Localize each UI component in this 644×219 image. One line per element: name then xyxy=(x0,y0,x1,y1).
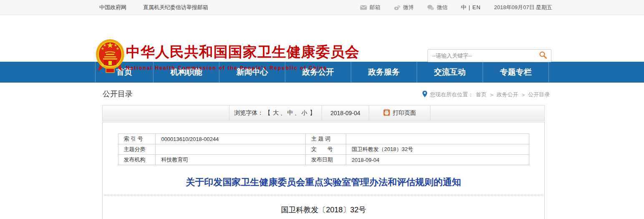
nav-item-special-topics[interactable]: 专题专栏 xyxy=(483,62,549,83)
language-toggle[interactable]: 中 | EN xyxy=(461,4,481,11)
search-icon xyxy=(539,51,547,60)
breadcrumb-catalog[interactable]: 公开目录 xyxy=(528,91,550,98)
wechat-link[interactable]: 微信 xyxy=(427,4,448,11)
wechat-icon xyxy=(427,5,434,10)
article-container: 索 引 号 000013610/2018-00244 主 题 词 主题分类 文 … xyxy=(102,122,545,219)
top-utility-bar: 中国政府网 直属机关纪委信访举报邮箱 邮箱 微博 微信 中 | EN 2018年… xyxy=(0,0,644,15)
table-row: 发布机构 科技教育司 发布日期 2018-09-04 xyxy=(118,155,529,165)
mail-icon xyxy=(360,5,367,10)
site-branding: 中华人民共和国国家卫生健康委员会 National Health Commiss… xyxy=(126,43,360,71)
meta-value-category xyxy=(156,144,306,155)
meta-label-keywords: 主 题 词 xyxy=(306,134,346,144)
page-title: 公开目录 xyxy=(103,89,133,99)
publish-date-toolbar: 2018-09-04 xyxy=(322,106,369,121)
font-size-small-button[interactable]: 小 xyxy=(302,109,307,117)
gov-portal-link[interactable]: 中国政府网 xyxy=(99,4,126,11)
site-title-english: National Health Commission of the People… xyxy=(126,65,360,71)
breadcrumb: 您现在所在位置： 首页 > 政务公开 > 公开目录 xyxy=(422,91,550,99)
search-button[interactable] xyxy=(535,50,551,62)
table-row: 主题分类 文 号 国卫科教发（2018）32号 xyxy=(118,144,529,155)
article-toolbar: 浏览字体： 【 大 、 中 、 小 】 2018-09-04 打印页面 xyxy=(102,105,545,121)
nav-item-gov-services[interactable]: 政务服务 xyxy=(351,62,417,83)
nav-item-interaction[interactable]: 交流互动 xyxy=(417,62,483,83)
meta-value-doc-no: 国卫科教发（2018）32号 xyxy=(346,144,529,155)
breadcrumb-row: 公开目录 您现在所在位置： 首页 > 政务公开 > 公开目录 xyxy=(0,83,644,105)
breadcrumb-label: 您现在所在位置： xyxy=(430,91,473,98)
document-title: 关于印发国家卫生健康委员会重点实验室管理办法和评估规则的通知 xyxy=(103,176,544,189)
font-size-label: 浏览字体： xyxy=(234,109,264,117)
breadcrumb-home[interactable]: 首页 xyxy=(476,91,487,98)
meta-value-publish-date: 2018-09-04 xyxy=(346,155,529,165)
font-size-medium-button[interactable]: 中 xyxy=(287,109,293,117)
breadcrumb-gov-disclosure[interactable]: 政务公开 xyxy=(496,91,518,98)
title-divider xyxy=(104,195,543,195)
print-label: 打印页面 xyxy=(393,109,416,117)
meta-label-doc-no: 文 号 xyxy=(306,144,346,155)
breadcrumb-separator: > xyxy=(490,92,493,98)
meta-value-issuing-dept: 科技教育司 xyxy=(156,155,306,165)
discipline-report-link[interactable]: 直属机关纪委信访举报邮箱 xyxy=(143,4,208,11)
meta-label-category: 主题分类 xyxy=(118,144,156,155)
current-date: 2018年09月07日 星期五 xyxy=(494,4,552,11)
site-search xyxy=(428,49,551,62)
search-input[interactable] xyxy=(428,50,535,61)
mail-link[interactable]: 邮箱 xyxy=(360,4,380,11)
document-number: 国卫科教发〔2018〕32号 xyxy=(103,205,544,215)
site-header: 中华人民共和国国家卫生健康委员会 National Health Commiss… xyxy=(0,15,644,62)
meta-value-keywords xyxy=(346,134,529,144)
print-page-button[interactable]: 打印页面 xyxy=(369,106,430,121)
table-row: 索 引 号 000013610/2018-00244 主 题 词 xyxy=(118,134,529,144)
document-meta-table: 索 引 号 000013610/2018-00244 主 题 词 主题分类 文 … xyxy=(118,133,529,165)
print-icon xyxy=(383,109,390,117)
location-pin-icon xyxy=(422,91,428,99)
meta-value-index-no: 000013610/2018-00244 xyxy=(156,134,306,144)
national-emblem-logo xyxy=(95,38,125,74)
weibo-icon xyxy=(394,5,400,10)
meta-label-issuing-dept: 发布机构 xyxy=(118,155,156,165)
weibo-link[interactable]: 微博 xyxy=(394,4,414,11)
content-panel: 浏览字体： 【 大 、 中 、 小 】 2018-09-04 打印页面 索 引 … xyxy=(102,105,545,219)
meta-label-publish-date: 发布日期 xyxy=(306,155,346,165)
font-size-control: 浏览字体： 【 大 、 中 、 小 】 xyxy=(229,106,322,121)
breadcrumb-separator: > xyxy=(521,92,525,98)
site-title-chinese: 中华人民共和国国家卫生健康委员会 xyxy=(126,43,360,62)
meta-label-index-no: 索 引 号 xyxy=(118,134,156,144)
font-size-large-button[interactable]: 大 xyxy=(273,109,279,117)
